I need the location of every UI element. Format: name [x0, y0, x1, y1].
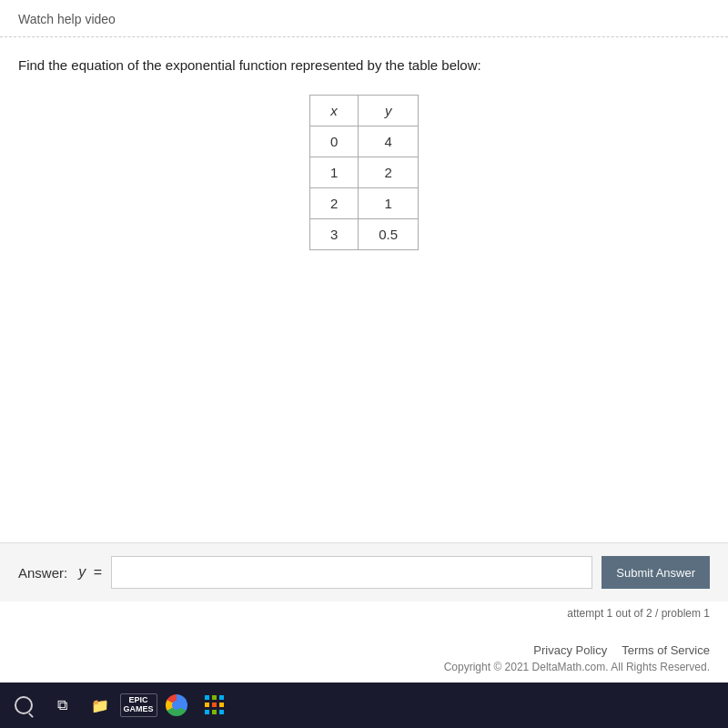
cell-y-3: 0.5: [359, 218, 419, 249]
table-row: 2 1: [309, 187, 418, 218]
table-container: x y 0 4 1 2 2 1: [18, 95, 710, 250]
answer-label: Answer: y =: [18, 564, 102, 581]
col-header-y: y: [359, 95, 419, 126]
answer-y-label: y: [78, 564, 86, 581]
submit-answer-button[interactable]: Submit Answer: [602, 556, 710, 589]
search-icon: [15, 696, 33, 714]
taskbar-windows-button[interactable]: [198, 689, 231, 722]
table-row: 0 4: [309, 126, 418, 157]
attempt-info: attempt 1 out of 2 / problem 1: [0, 602, 728, 625]
answer-equals-label: =: [89, 564, 102, 581]
folder-icon: 📁: [91, 697, 109, 714]
taskbar: ⧉ 📁 EPICGAMES: [0, 682, 728, 728]
top-bar: Watch help video: [0, 0, 728, 37]
cell-x-3: 3: [309, 218, 358, 249]
chrome-icon: [166, 694, 187, 716]
footer: Privacy Policy Terms of Service Copyrigh…: [0, 625, 728, 682]
monitor-icon: ⧉: [57, 697, 67, 713]
terms-of-service-link[interactable]: Terms of Service: [622, 643, 710, 657]
cell-y-0: 4: [359, 126, 419, 157]
privacy-policy-link[interactable]: Privacy Policy: [533, 643, 607, 657]
problem-area: Find the equation of the exponential fun…: [0, 37, 728, 542]
table-row: 3 0.5: [309, 218, 418, 249]
taskbar-chrome-button[interactable]: [160, 689, 193, 722]
taskbar-folder-button[interactable]: 📁: [84, 689, 116, 722]
footer-links: Privacy Policy Terms of Service: [18, 643, 710, 657]
cell-x-2: 2: [309, 187, 358, 218]
taskbar-epic-games-button[interactable]: EPICGAMES: [122, 689, 155, 722]
answer-input[interactable]: [111, 556, 592, 589]
watch-help-link[interactable]: Watch help video: [18, 12, 116, 26]
cell-y-2: 1: [359, 187, 419, 218]
answer-section: Answer: y = Submit Answer: [0, 542, 728, 602]
col-header-x: x: [309, 95, 358, 126]
windows-icon: [205, 695, 225, 715]
footer-copyright: Copyright © 2021 DeltaMath.com. All Righ…: [18, 661, 710, 673]
problem-text: Find the equation of the exponential fun…: [18, 56, 710, 76]
cell-x-0: 0: [309, 126, 358, 157]
taskbar-search-button[interactable]: [7, 689, 40, 722]
epic-games-icon: EPICGAMES: [120, 693, 157, 717]
table-row: 1 2: [309, 157, 418, 187]
main-content: Watch help video Find the equation of th…: [0, 0, 728, 682]
taskbar-taskview-button[interactable]: ⧉: [46, 689, 78, 722]
cell-y-1: 2: [359, 157, 419, 187]
cell-x-1: 1: [309, 157, 358, 187]
data-table: x y 0 4 1 2 2 1: [309, 95, 419, 250]
